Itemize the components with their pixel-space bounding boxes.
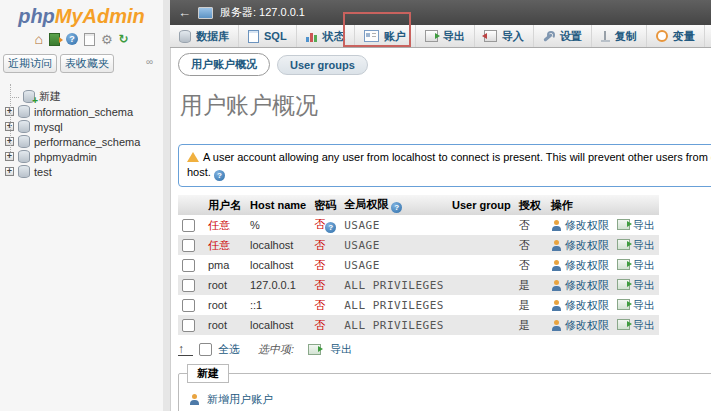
export-link[interactable]: 导出 <box>633 219 655 231</box>
export-link[interactable]: 导出 <box>633 279 655 291</box>
tree-item-label: performance_schema <box>34 136 140 148</box>
cell-user-group <box>448 235 515 255</box>
tab-settings[interactable]: 设置 <box>534 25 592 47</box>
edit-privileges-icon <box>551 280 562 291</box>
export-link[interactable]: 导出 <box>633 299 655 311</box>
edit-privileges-icon <box>551 220 562 231</box>
breadcrumb[interactable]: 服务器: 127.0.0.1 <box>220 5 305 20</box>
tree-item-performance-schema[interactable]: performance_schema <box>0 134 163 149</box>
header-actions: 操作 <box>547 195 659 215</box>
tree-item-information-schema[interactable]: information_schema <box>0 104 163 119</box>
edit-privileges-link[interactable]: 修改权限 <box>565 259 609 271</box>
expand-icon[interactable] <box>5 167 14 176</box>
help-icon[interactable] <box>214 170 225 181</box>
tab-charsets[interactable]: 字符 <box>705 25 711 47</box>
tab-recent[interactable]: 近期访问 <box>3 54 57 73</box>
tab-status[interactable]: 状态 <box>297 25 355 47</box>
tree-item-label: mysql <box>34 121 63 133</box>
tree-item-phpmyadmin[interactable]: phpmyadmin <box>0 149 163 164</box>
tree-item-new-database[interactable]: 新建 <box>0 89 163 104</box>
tree-connector-line <box>10 84 11 152</box>
panel-link-icon[interactable] <box>146 56 153 67</box>
export-link[interactable]: 导出 <box>633 319 655 331</box>
edit-privileges-icon <box>551 240 562 251</box>
help-icon[interactable] <box>66 33 78 45</box>
table-row: 任意 localhost 否 USAGE 否 修改权限导出 <box>178 235 659 255</box>
database-tree: 新建 information_schema mysql performance_… <box>0 89 163 179</box>
tab-variables[interactable]: 变量 <box>647 25 705 47</box>
export-link[interactable]: 导出 <box>633 239 655 251</box>
edit-privileges-link[interactable]: 修改权限 <box>565 239 609 251</box>
cell-user-group <box>448 275 515 295</box>
edit-privileges-link[interactable]: 修改权限 <box>565 319 609 331</box>
tab-import[interactable]: 导入 <box>475 25 534 47</box>
database-icon <box>18 135 30 148</box>
table-row: root localhost 否 ALL PRIVILEGES 是 修改权限导出 <box>178 315 659 335</box>
cell-username: 任意 <box>204 235 246 255</box>
replication-icon <box>601 31 610 42</box>
export-selected-link[interactable]: 导出 <box>330 342 352 357</box>
tab-label: 状态 <box>323 29 345 44</box>
tab-databases[interactable]: 数据库 <box>170 25 239 47</box>
edit-privileges-link[interactable]: 修改权限 <box>565 219 609 231</box>
status-chart-icon <box>306 31 318 42</box>
home-icon[interactable] <box>34 32 42 46</box>
subtab-user-groups[interactable]: User groups <box>277 55 368 75</box>
tab-user-accounts[interactable]: 账户 <box>355 25 416 47</box>
documentation-icon[interactable] <box>84 33 95 46</box>
check-all-link[interactable]: 全选 <box>218 342 240 357</box>
edit-privileges-icon <box>551 300 562 311</box>
server-breadcrumb-bar: 服务器: 127.0.0.1 <box>170 0 711 25</box>
row-checkbox[interactable] <box>182 239 195 252</box>
subtab-user-accounts-overview[interactable]: 用户账户概况 <box>178 53 270 76</box>
cell-user-group <box>448 215 515 235</box>
row-checkbox[interactable] <box>182 279 195 292</box>
tree-item-test[interactable]: test <box>0 164 163 179</box>
refresh-icon[interactable] <box>119 32 129 46</box>
collapse-navigation-icon[interactable] <box>178 5 191 20</box>
row-checkbox[interactable] <box>182 319 195 332</box>
row-checkbox[interactable] <box>182 219 195 232</box>
edit-privileges-link[interactable]: 修改权限 <box>565 299 609 311</box>
cell-privileges: ALL PRIVILEGES <box>340 315 448 335</box>
export-icon <box>617 319 630 330</box>
cell-password: 否 <box>310 295 340 315</box>
tab-favorites[interactable]: 表收藏夹 <box>60 54 114 73</box>
tab-label: 变量 <box>673 29 695 44</box>
help-icon[interactable] <box>325 222 336 233</box>
header-hostname: Host name <box>246 195 310 215</box>
edit-privileges-link[interactable]: 修改权限 <box>565 279 609 291</box>
row-checkbox[interactable] <box>182 299 195 312</box>
expand-icon[interactable] <box>5 152 14 161</box>
header-label: 全局权限 <box>344 198 388 210</box>
tab-replication[interactable]: 复制 <box>592 25 647 47</box>
header-username: 用户名 <box>204 195 246 215</box>
logout-icon[interactable] <box>49 33 60 46</box>
settings-icon[interactable] <box>101 33 113 46</box>
cell-privileges: ALL PRIVILEGES <box>340 275 448 295</box>
tab-export[interactable]: 导出 <box>416 25 475 47</box>
header-checkbox-column <box>178 195 204 215</box>
phpmyadmin-window: phpMyAdmin 近期访问 表收藏夹 新建 information_sc <box>0 0 711 411</box>
import-icon <box>484 30 497 42</box>
add-user-link[interactable]: 新增用户账户 <box>207 393 273 405</box>
export-link[interactable]: 导出 <box>633 259 655 271</box>
tree-item-label: 新建 <box>39 89 61 104</box>
tab-sql[interactable]: SQL <box>239 25 297 47</box>
tree-item-label: information_schema <box>34 106 133 118</box>
with-selected-toolbar: 全选 选中项: 导出 <box>178 341 711 357</box>
tab-label: 导出 <box>443 29 465 44</box>
edit-privileges-icon <box>551 320 562 331</box>
tab-label: 数据库 <box>196 29 229 44</box>
cell-hostname: ::1 <box>246 295 310 315</box>
cell-user-group <box>448 315 515 335</box>
check-all-arrow-icon <box>178 343 193 356</box>
cell-grant: 否 <box>515 235 547 255</box>
check-all-checkbox[interactable] <box>199 343 212 356</box>
cell-grant: 是 <box>515 315 547 335</box>
table-row: 任意 % 否 USAGE 否 修改权限导出 <box>178 215 659 235</box>
phpmyadmin-logo[interactable]: phpMyAdmin <box>0 0 163 28</box>
tree-item-mysql[interactable]: mysql <box>0 119 163 134</box>
help-icon[interactable] <box>391 202 402 213</box>
row-checkbox[interactable] <box>182 259 195 272</box>
